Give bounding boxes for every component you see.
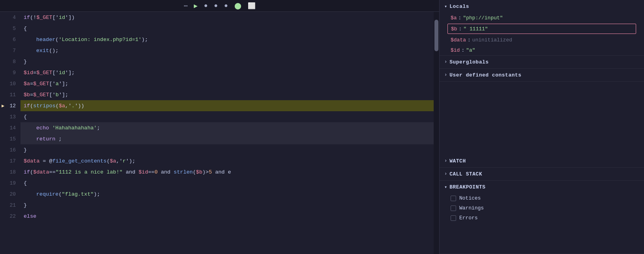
editor-scrollbar[interactable] — [434, 12, 439, 254]
code-line-14: echo 'Hahahahahaha'; — [20, 122, 434, 133]
var-name-b: $b — [451, 26, 457, 32]
code-line-17: $data = @file_get_contents($a,'r'); — [20, 155, 434, 166]
watch-section: › WATCH — [440, 155, 644, 168]
code-line-11: $b=$_GET['b']; — [20, 89, 434, 100]
code-line-19: { — [20, 177, 434, 189]
line-num-7: 7 — [0, 45, 20, 56]
superglobals-header[interactable]: › Superglobals — [440, 56, 644, 68]
locals-header[interactable]: ▾ Locals — [440, 0, 644, 13]
var-colon-a: : — [458, 15, 462, 21]
code-line-15: return ; — [20, 133, 434, 144]
variable-row-data: $data : uninitialized — [440, 35, 644, 45]
code-line-5: { — [20, 23, 434, 34]
line-num-16: 16 — [0, 144, 20, 155]
callstack-header[interactable]: › CALL STACK — [440, 168, 644, 180]
spacer — [440, 82, 644, 155]
breakpoint-errors: Errors — [440, 213, 644, 223]
editor-toolbar: ⋯ ▶ ● ● ● ⬤ ⬜ — [0, 0, 439, 12]
line-numbers: 4 5 6 7 8 9 10 11 12 13 14 15 16 17 18 1… — [0, 12, 20, 254]
line-num-13: 13 — [0, 111, 20, 122]
callstack-section: › CALL STACK — [440, 168, 644, 181]
var-colon-id: : — [461, 47, 464, 53]
line-num-10: 10 — [0, 78, 20, 89]
user-constants-collapse-icon: › — [444, 72, 447, 78]
toolbar-dot1-icon[interactable]: ● — [204, 2, 208, 9]
user-constants-section: › User defined constants — [440, 69, 644, 82]
line-num-9: 9 — [0, 67, 20, 78]
watch-title: WATCH — [449, 158, 466, 164]
variable-row-a: $a : "php://input" — [440, 13, 644, 23]
breakpoints-header[interactable]: ▾ BREAKPOINTS — [440, 181, 644, 193]
watch-collapse-icon: › — [444, 158, 447, 164]
code-line-12: if(stripos($a,'.')) — [20, 100, 434, 111]
breakpoint-warnings: Warnings — [440, 203, 644, 213]
toolbar-dot2-icon[interactable]: ● — [214, 2, 218, 9]
code-line-13: { — [20, 111, 434, 122]
code-line-4: if(!$_GET['id']) — [20, 12, 434, 23]
superglobals-collapse-icon: › — [444, 59, 447, 65]
line-num-5: 5 — [0, 23, 20, 34]
superglobals-section: › Superglobals — [440, 56, 644, 69]
toolbar-dot3-icon[interactable]: ● — [224, 2, 228, 9]
line-num-21: 21 — [0, 200, 20, 211]
warnings-checkbox[interactable] — [451, 205, 456, 211]
code-line-8: } — [20, 56, 434, 67]
callstack-title: CALL STACK — [449, 171, 482, 177]
var-value-data: uninitialized — [472, 37, 512, 43]
watch-header[interactable]: › WATCH — [440, 155, 644, 167]
notices-checkbox[interactable] — [451, 196, 456, 201]
code-line-22: else — [20, 211, 434, 222]
code-line-21: } — [20, 200, 434, 211]
code-line-10: $a=$_GET['a']; — [20, 78, 434, 89]
locals-title: Locals — [449, 4, 469, 9]
line-num-19: 19 — [0, 177, 20, 189]
breakpoints-section: ▾ BREAKPOINTS Notices Warnings Errors — [440, 181, 644, 254]
toolbar-dots-icon[interactable]: ⋯ — [184, 2, 187, 10]
line-num-4: 4 — [0, 12, 20, 23]
code-line-18: if($data=="1112 is a nice lab!" and $id=… — [20, 166, 434, 177]
code-line-6: header('Location: index.php?id=1'); — [20, 34, 434, 45]
code-line-7: exit(); — [20, 45, 434, 56]
var-colon-b: : — [459, 26, 462, 32]
user-constants-header[interactable]: › User defined constants — [440, 69, 644, 81]
line-num-20: 20 — [0, 189, 20, 200]
toolbar-circle-icon[interactable]: ⬤ — [234, 2, 241, 10]
breakpoint-notices: Notices — [440, 193, 644, 203]
line-num-12: 12 — [0, 100, 20, 111]
line-num-11: 11 — [0, 89, 20, 100]
editor-area: ⋯ ▶ ● ● ● ⬤ ⬜ 4 5 6 7 8 9 10 11 12 13 14… — [0, 0, 439, 254]
line-num-15: 15 — [0, 133, 20, 144]
debug-panel: ▾ Locals $a : "php://input" $b : " 11111… — [439, 0, 644, 254]
toolbar-play-icon[interactable]: ▶ — [194, 2, 198, 10]
var-value-id: "a" — [466, 47, 475, 53]
code-line-9: $id=$_GET['id']; — [20, 67, 434, 78]
errors-checkbox[interactable] — [451, 215, 456, 221]
errors-label: Errors — [459, 215, 478, 221]
line-num-17: 17 — [0, 155, 20, 166]
locals-section: ▾ Locals $a : "php://input" $b : " 11111… — [440, 0, 644, 56]
var-name-data: $data — [451, 37, 466, 43]
line-num-6: 6 — [0, 34, 20, 45]
variable-row-id: $id : "a" — [440, 45, 644, 55]
scrollbar-thumb — [434, 20, 438, 51]
var-value-b: " 11111" — [463, 26, 488, 32]
toolbar-square-icon[interactable]: ⬜ — [248, 2, 256, 10]
variable-row-b: $b : " 11111" — [447, 24, 636, 34]
code-container: 4 5 6 7 8 9 10 11 12 13 14 15 16 17 18 1… — [0, 12, 439, 254]
superglobals-title: Superglobals — [449, 59, 489, 65]
code-lines: if(!$_GET['id']) { header('Location: ind… — [20, 12, 434, 254]
line-num-8: 8 — [0, 56, 20, 67]
var-name-a: $a — [451, 15, 457, 21]
warnings-label: Warnings — [459, 205, 484, 211]
locals-collapse-icon: ▾ — [444, 4, 447, 9]
line-num-18: 18 — [0, 166, 20, 177]
notices-label: Notices — [459, 195, 481, 201]
line-num-22: 22 — [0, 211, 20, 222]
breakpoints-collapse-icon: ▾ — [444, 184, 447, 190]
var-colon-data: : — [468, 37, 471, 43]
code-line-20: require("flag.txt"); — [20, 189, 434, 200]
breakpoints-title: BREAKPOINTS — [449, 184, 485, 190]
user-constants-title: User defined constants — [449, 72, 522, 78]
code-line-16: } — [20, 144, 434, 155]
callstack-collapse-icon: › — [444, 171, 447, 177]
